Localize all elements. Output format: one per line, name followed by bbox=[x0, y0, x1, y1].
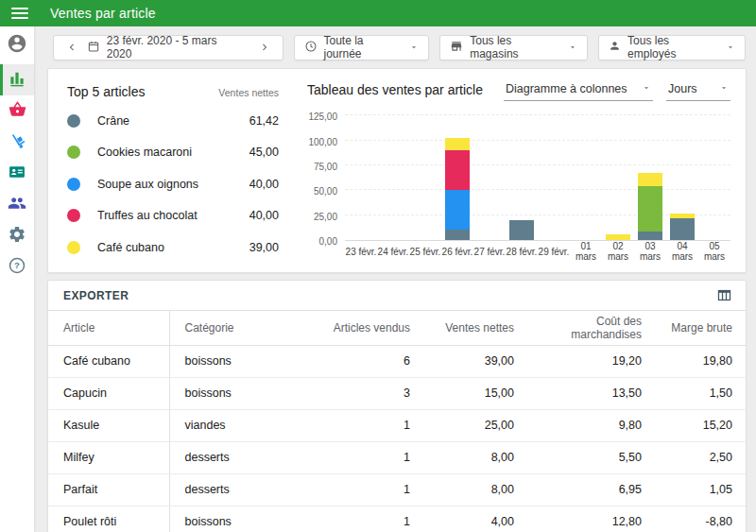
sales-summary-card: Top 5 articles Ventes nettes Crâne61,42C… bbox=[47, 68, 747, 273]
column-header[interactable]: Marge brute bbox=[653, 311, 747, 345]
bar-segment[interactable] bbox=[445, 138, 470, 150]
top5-item-label: Soupe aux oignons bbox=[97, 178, 249, 191]
sidebar-item-help[interactable]: ? bbox=[0, 251, 34, 283]
people-icon bbox=[8, 194, 26, 216]
cell: 1,50 bbox=[653, 377, 747, 409]
top5-item: Cookies macaroni45,00 bbox=[67, 137, 279, 169]
table-row[interactable]: Parfaitdesserts18,006,951,05 bbox=[48, 473, 747, 506]
column-header[interactable]: Articles vendus bbox=[313, 311, 421, 345]
column-header[interactable]: Ventes nettes bbox=[421, 311, 525, 345]
table-row[interactable]: Kasuleviandes125,009,8015,20 bbox=[48, 409, 747, 441]
cell-article: Milfey bbox=[48, 441, 169, 473]
y-tick-label: 75,00 bbox=[314, 161, 337, 171]
column-header[interactable]: Catégorie bbox=[169, 311, 313, 345]
cell: boissons bbox=[169, 377, 313, 409]
bar-segment[interactable] bbox=[445, 150, 470, 190]
top5-item-value: 61,42 bbox=[249, 114, 279, 128]
bar-segment[interactable] bbox=[509, 220, 534, 240]
cell: 1 bbox=[313, 409, 421, 441]
sidebar-item-reports[interactable] bbox=[0, 64, 34, 95]
caret-down-icon bbox=[409, 43, 419, 52]
time-filter-button[interactable]: Toute la journée bbox=[294, 35, 430, 60]
cell: 19,80 bbox=[653, 345, 747, 377]
x-tick-label: 29 févr. bbox=[538, 247, 570, 257]
x-tick-label: 05 mars bbox=[698, 241, 730, 262]
view-columns-icon[interactable] bbox=[716, 287, 732, 303]
cell: 1 bbox=[313, 506, 421, 532]
x-tick-label: 04 mars bbox=[666, 241, 698, 262]
bar-slot bbox=[441, 114, 473, 240]
x-tick-label: 01 mars bbox=[570, 241, 602, 262]
page-title: Ventes par article bbox=[50, 6, 156, 21]
sidebar-item-customers[interactable] bbox=[0, 189, 34, 220]
cell: 8,00 bbox=[421, 441, 525, 473]
y-tick-label: 0,00 bbox=[319, 236, 337, 247]
cell: 6 bbox=[313, 345, 421, 377]
cell-article: Kasule bbox=[48, 409, 169, 441]
bar-segment[interactable] bbox=[670, 218, 695, 240]
bar-segment[interactable] bbox=[638, 173, 662, 186]
table-row[interactable]: Poulet rôtiboissons14,0012,80-8,80 bbox=[48, 506, 747, 532]
bar-segment[interactable] bbox=[638, 186, 662, 232]
chevron-right-icon[interactable] bbox=[256, 41, 273, 54]
filters-toolbar: 23 févr. 2020 - 5 mars 2020 Toute la jou… bbox=[34, 26, 756, 68]
x-tick-label: 24 févr. bbox=[377, 247, 409, 257]
top5-item: Crâne61,42 bbox=[67, 105, 279, 137]
menu-icon[interactable] bbox=[11, 8, 28, 19]
bar-slot bbox=[377, 114, 409, 240]
stacked-bar-chart: 0,0025,0050,0075,00100,00125,00 23 févr.… bbox=[303, 114, 730, 262]
x-tick-label: 03 mars bbox=[634, 241, 666, 262]
bar-slot bbox=[698, 114, 730, 240]
cell: 1 bbox=[313, 441, 421, 473]
export-button[interactable]: EXPORTER bbox=[63, 289, 129, 302]
bar-slot bbox=[345, 114, 377, 240]
cell: 2,50 bbox=[653, 441, 747, 473]
column-header[interactable]: Coût des marchandises bbox=[525, 311, 653, 345]
bar-segment[interactable] bbox=[638, 232, 662, 241]
chart-period-select[interactable]: Jours bbox=[666, 82, 730, 101]
sales-table-card: EXPORTER ArticleCatégorieArticles vendus… bbox=[47, 280, 747, 532]
sidebar-item-employees[interactable] bbox=[0, 158, 34, 189]
bar-segment[interactable] bbox=[445, 230, 470, 240]
stacked-bar bbox=[509, 220, 534, 240]
series-color-dot bbox=[67, 146, 80, 159]
employee-filter-button[interactable]: Tous les employés bbox=[598, 35, 746, 60]
bar-segment[interactable] bbox=[606, 234, 630, 240]
table-row[interactable]: Milfeydesserts18,005,502,50 bbox=[48, 441, 747, 473]
sidebar: ? bbox=[0, 26, 34, 532]
chart-title: Tableau des ventes par article bbox=[303, 82, 490, 97]
chart-type-select[interactable]: Diagramme à colonnes bbox=[504, 82, 653, 101]
top5-item-value: 39,00 bbox=[249, 241, 279, 254]
sidebar-item-items[interactable] bbox=[0, 95, 34, 127]
cell: 15,00 bbox=[421, 377, 525, 409]
account-circle-icon bbox=[7, 33, 27, 58]
cell: 39,00 bbox=[421, 345, 525, 377]
table-header-row: ArticleCatégorieArticles vendusVentes ne… bbox=[48, 311, 747, 345]
top5-title: Top 5 articles bbox=[67, 84, 145, 99]
chart-period-value: Jours bbox=[668, 82, 697, 95]
table-row[interactable]: Café cubanoboissons639,0019,2019,80 bbox=[48, 345, 747, 377]
sales-by-item-table: ArticleCatégorieArticles vendusVentes ne… bbox=[48, 311, 747, 532]
cell: viandes bbox=[169, 409, 313, 441]
bar-slot bbox=[666, 114, 698, 240]
basket-icon bbox=[9, 100, 26, 122]
table-row[interactable]: Capucinboissons315,0013,501,50 bbox=[48, 377, 747, 409]
caret-down-icon bbox=[719, 82, 729, 95]
bar-slot bbox=[602, 114, 634, 240]
store-filter-label: Tous les magasins bbox=[470, 34, 561, 60]
sidebar-item-account[interactable] bbox=[0, 26, 34, 64]
sidebar-item-inventory[interactable] bbox=[0, 127, 34, 158]
hand-truck-icon bbox=[8, 131, 26, 154]
bar-slot bbox=[473, 114, 506, 240]
column-header[interactable]: Article bbox=[48, 311, 169, 345]
cell: 6,95 bbox=[525, 473, 653, 506]
store-filter-button[interactable]: Tous les magasins bbox=[439, 35, 588, 60]
series-color-dot bbox=[67, 241, 80, 254]
bar-segment[interactable] bbox=[445, 190, 470, 230]
bar-slot bbox=[409, 114, 441, 240]
chevron-left-icon[interactable] bbox=[63, 41, 80, 54]
plot-area bbox=[345, 114, 730, 241]
date-range-picker[interactable]: 23 févr. 2020 - 5 mars 2020 bbox=[53, 35, 284, 60]
sidebar-item-settings[interactable] bbox=[0, 220, 34, 251]
caret-down-icon bbox=[642, 82, 651, 95]
